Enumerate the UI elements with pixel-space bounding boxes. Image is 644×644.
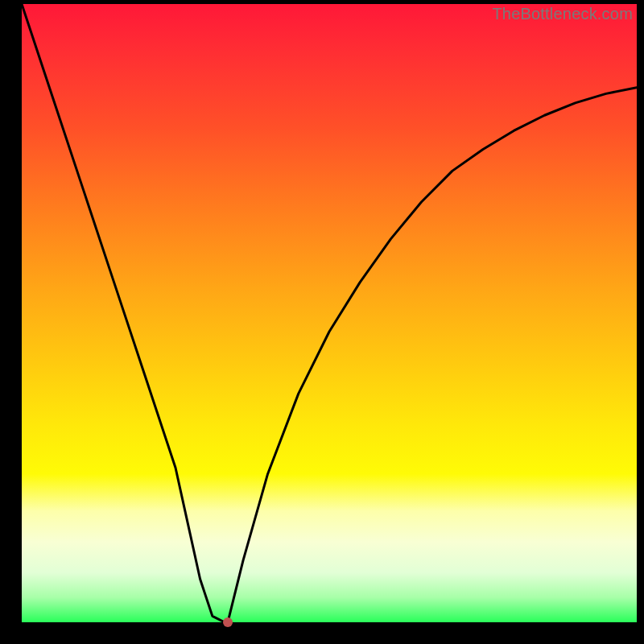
minimum-marker [223, 617, 233, 627]
plot-area [22, 4, 637, 622]
watermark-text: TheBottleneck.com [492, 5, 633, 23]
chart-frame: TheBottleneck.com [0, 0, 644, 644]
bottleneck-curve [22, 4, 637, 622]
